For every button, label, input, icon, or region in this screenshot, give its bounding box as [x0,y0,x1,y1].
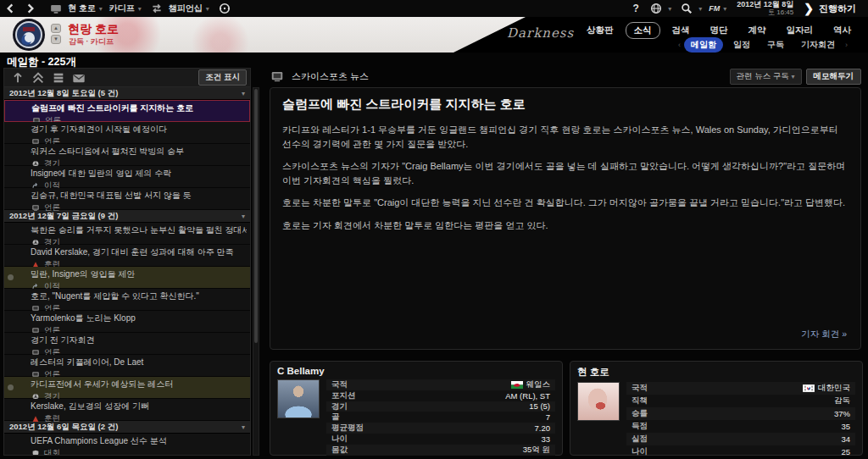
mail-scrollbar[interactable] [253,87,259,456]
news-source-label: 스카이스포츠 뉴스 [292,70,369,83]
shield-icon [31,450,41,455]
mail-item-title: UEFA Champions League 선수 분석 [31,435,247,447]
mail-list-item[interactable]: 밀란, Insigne의 영입을 제안이적 [4,267,250,289]
tab-jobs[interactable]: 일자리 [778,22,822,39]
manager-name[interactable]: 현랑 호로 [68,22,119,37]
tab-contracts[interactable]: 계약 [740,22,775,39]
profile-toggle[interactable]: ▲ ▼ [51,24,61,46]
chevron-down-icon[interactable]: ▾ [698,5,702,13]
swap-icon[interactable] [150,3,164,14]
stat-value: 25 [841,447,850,456]
player-stats: 국적웨일스포지션AM (RL), ST경기15 (5)골7평균평점7.20나이3… [326,379,555,456]
target-icon[interactable] [218,3,231,14]
manager-dropdown[interactable]: 현 호로 [68,3,96,14]
globe-icon[interactable] [649,3,663,14]
article-body: 카디프와 레스터가 1-1 무승부를 거둔 잉글랜드 챔피언십 경기 직후 현랑… [282,123,849,232]
mail-item-title: 카디프전에서 우세가 예상되는 레스터 [31,379,247,390]
list-view-icon[interactable] [51,71,66,85]
mail-item-title: Insigne에 대한 밀란의 영입 제의 수락 [31,168,247,180]
mail-item-title: 레스터의 키플레이어, De Laet [31,357,247,368]
mail-list-item[interactable]: Yarmolenko를 노리는 Klopp언론 [4,311,250,333]
forward-button[interactable] [24,3,37,14]
continue-arrow-icon[interactable]: ❯ [804,2,814,15]
stat-row: 국적대한민국 [626,382,855,395]
chevron-down-icon[interactable]: ▾ [206,5,209,13]
back-button[interactable] [3,3,17,14]
press-conference-link[interactable]: 기자 회견 » [801,329,847,340]
search-icon[interactable] [680,3,693,14]
mail-item-title: 경기 후 기자회견이 시작될 예정이다 [31,124,247,135]
mail-item-title: 밀란, Insigne의 영입을 제안 [31,268,247,280]
move-up-icon[interactable] [10,71,25,85]
chevron-down-icon[interactable]: ▾ [138,5,142,13]
subtab-inbox[interactable]: 메일함 [684,37,723,53]
stat-label: 평균평점 [331,423,364,434]
note-marker-icon [8,384,14,390]
filter-button[interactable]: 조건 표시 [198,69,247,86]
mail-panel: 조건 표시 2012년 12월 8일 토요일 (5 건)▾슬럼프에 빠진 스트라… [3,68,251,456]
stat-row: 득점35 [626,420,855,433]
toggle-up-icon[interactable]: ▲ [51,24,61,33]
memo-button[interactable]: 메모해두기 [806,69,862,85]
manager-panel-name[interactable]: 현 호로 [577,366,855,379]
main-nav: 상황판소식검색명단계약일자리역사 [578,22,860,39]
tab-search[interactable]: 검색 [664,22,698,39]
subtab-press-conference[interactable]: 기자회견 [794,37,842,53]
mail-item-title: 워커스 스타디움에서 펼쳐진 박빙의 승부 [31,146,247,158]
move-top-icon[interactable] [31,71,46,85]
mail-list-item[interactable]: Kerslake, 김보경의 성장에 기뻐훈련 [4,399,250,421]
stat-value: 7.20 [535,423,551,433]
inbox-monitor-icon[interactable] [49,3,63,14]
club-dropdown[interactable]: 카디프 [109,3,135,14]
subnav-scroll-right-icon[interactable]: › [845,41,848,49]
mail-list-item[interactable]: 경기 전 기자회견언론 [4,333,250,355]
player-name[interactable]: C Bellamy [277,366,555,376]
stat-value: 웨일스 [511,379,551,390]
mail-list-item[interactable]: 호로, "Nugent를 제압할 수 있다고 확신한다."언론 [4,289,250,311]
subscribe-news-button[interactable]: 관련 뉴스 구독 ▾ [730,69,802,85]
mail-list-item[interactable]: UEFA Champions League 선수 분석대회 [4,434,250,455]
skin-logo: Darkness [507,25,574,41]
stat-row: 평균평점7.20 [326,423,555,434]
mail-list-item[interactable]: 카디프전에서 우세가 예상되는 레스터경기 [4,377,250,399]
tab-history[interactable]: 역사 [825,22,860,39]
chevron-down-icon[interactable]: ▾ [723,5,726,13]
mail-list-item[interactable]: 슬럼프에 빠진 스트라이커를 지지하는 호로언론 [4,100,250,122]
stat-value: 7 [546,412,550,422]
fm-menu[interactable]: FM [709,4,720,13]
mail-list-item[interactable]: 북한은 승리를 거두지 못했으나 눈부신 활약을 펼친 정대세경기 [4,223,250,245]
competition-dropdown[interactable]: 챔피언십 [169,3,203,14]
stat-label: 실점 [632,434,648,445]
tab-squad[interactable]: 명단 [702,22,737,39]
tab-overview[interactable]: 상황판 [578,22,622,39]
chevron-down-icon[interactable]: ▾ [668,5,671,13]
mail-list-item[interactable]: Insigne에 대한 밀란의 영입 제의 수락이적 [4,166,250,188]
article-title: 슬럼프에 빠진 스트라이커를 지지하는 호로 [282,97,849,113]
stat-row: 골7 [326,412,555,423]
mail-list-item[interactable]: 워커스 스타디움에서 펼쳐진 박빙의 승부경기 [4,144,250,166]
continue-button[interactable]: 진행하기 [819,3,856,15]
club-crest-icon[interactable] [12,18,46,52]
scrollbar-thumb[interactable] [254,89,258,343]
stat-value: 감독 [834,395,850,406]
collapse-icon[interactable]: ▾ [242,90,245,97]
mail-group-header[interactable]: 2012년 12월 8일 토요일 (5 건)▾ [4,87,250,100]
tab-news[interactable]: 소식 [626,22,660,39]
mail-list-item[interactable]: David Kerslake, 경기 대비 훈련 성과에 대해 아주 만족훈련 [4,245,250,267]
stat-label: 득점 [632,421,648,432]
subtab-subscriptions[interactable]: 구독 [760,37,791,53]
manager-stats: 국적대한민국직책감독승률37%득점35실점34나이25 [626,382,855,458]
help-icon[interactable]: ? [629,3,643,14]
stat-row: 승률37% [626,407,855,420]
news-source-row: 스카이스포츠 뉴스 관련 뉴스 구독 ▾ 메모해두기 [270,68,861,85]
chevron-down-icon[interactable]: ▾ [99,5,103,13]
mail-icon[interactable] [71,71,86,85]
subnav-scroll-left-icon[interactable]: ‹ [678,41,681,49]
stat-value: 35 [841,422,850,431]
mail-list-item[interactable]: 레스터의 키플레이어, De Laet언론 [4,355,250,377]
toggle-down-icon[interactable]: ▼ [51,35,61,44]
mail-list-item[interactable]: 김승규, 대한민국 대표팀 선발 서지 않을 듯언론 [4,188,250,210]
stat-value: 대한민국 [803,383,850,394]
subtab-calendar[interactable]: 일정 [726,37,757,53]
mail-list-item[interactable]: 경기 후 기자회견이 시작될 예정이다언론 [4,122,250,144]
